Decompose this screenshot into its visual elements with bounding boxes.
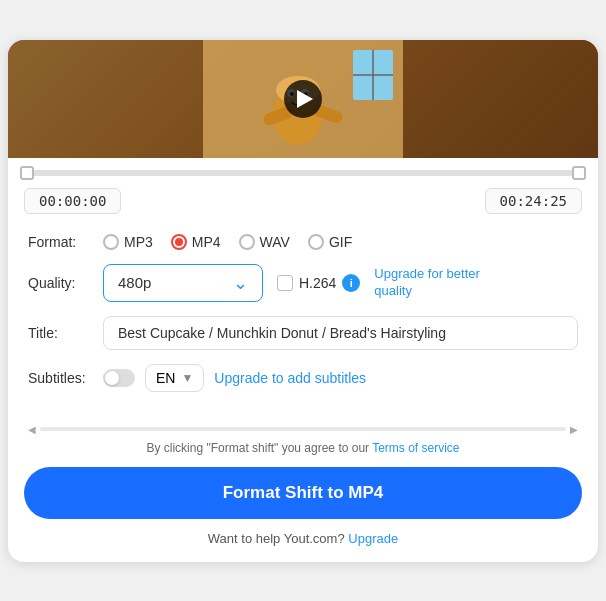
help-text: Want to help Yout.com?: [208, 531, 345, 546]
info-char: i: [350, 277, 353, 289]
timeline-thumb-right[interactable]: [572, 166, 586, 180]
terms-line: By clicking "Format shift" you agree to …: [8, 441, 598, 455]
quality-dropdown[interactable]: 480p ⌄: [103, 264, 263, 302]
title-row: Title:: [28, 316, 578, 350]
scroll-track[interactable]: [40, 427, 566, 431]
h264-checkbox[interactable]: [277, 275, 293, 291]
timeline-area: [8, 158, 598, 184]
scroll-left-arrow-icon: ◀: [28, 424, 36, 435]
radio-mp3: [103, 234, 119, 250]
format-mp4-label: MP4: [192, 234, 221, 250]
format-shift-button[interactable]: Format Shift to MP4: [24, 467, 582, 519]
terms-link[interactable]: Terms of service: [372, 441, 459, 455]
format-row: Format: MP3 MP4 WAV: [28, 234, 578, 250]
play-button[interactable]: [284, 80, 322, 118]
chevron-down-icon: ⌄: [233, 272, 248, 294]
radio-mp4-dot: [175, 238, 183, 246]
end-time[interactable]: 00:24:25: [485, 188, 582, 214]
quality-controls: 480p ⌄ H.264 i Upgrade for better qualit…: [103, 264, 494, 302]
subtitles-upgrade-link[interactable]: Upgrade to add subtitles: [214, 370, 366, 386]
subtitles-toggle[interactable]: [103, 369, 135, 387]
radio-mp4: [171, 234, 187, 250]
quality-value: 480p: [118, 274, 151, 291]
play-icon: [297, 90, 313, 108]
quality-row: Quality: 480p ⌄ H.264 i Upgrade for bett…: [28, 264, 578, 302]
footer-line: Want to help Yout.com? Upgrade: [8, 531, 598, 562]
format-gif-label: GIF: [329, 234, 352, 250]
subtitles-label: Subtitles:: [28, 370, 103, 386]
video-area: [8, 40, 598, 158]
format-wav-label: WAV: [260, 234, 290, 250]
title-label: Title:: [28, 325, 103, 341]
format-label: Format:: [28, 234, 103, 250]
help-upgrade-link[interactable]: Upgrade: [348, 531, 398, 546]
format-group: MP3 MP4 WAV GIF: [103, 234, 352, 250]
toggle-knob: [105, 371, 119, 385]
scroll-right-arrow-icon: ▶: [570, 424, 578, 435]
h264-group: H.264 i: [277, 274, 360, 292]
scroll-area: ◀ ▶: [24, 422, 582, 437]
time-labels: 00:00:00 00:24:25: [8, 184, 598, 222]
format-mp3-label: MP3: [124, 234, 153, 250]
radio-gif: [308, 234, 324, 250]
language-dropdown[interactable]: EN ▼: [145, 364, 204, 392]
format-option-gif[interactable]: GIF: [308, 234, 352, 250]
radio-wav: [239, 234, 255, 250]
title-input[interactable]: [103, 316, 578, 350]
format-option-wav[interactable]: WAV: [239, 234, 290, 250]
format-option-mp4[interactable]: MP4: [171, 234, 221, 250]
h264-info-icon[interactable]: i: [342, 274, 360, 292]
timeline-track[interactable]: [24, 170, 582, 176]
h264-label: H.264: [299, 275, 336, 291]
subtitles-row: Subtitles: EN ▼ Upgrade to add subtitles: [28, 364, 578, 392]
quality-upgrade-link[interactable]: Upgrade for better quality: [374, 266, 494, 300]
language-value: EN: [156, 370, 175, 386]
main-card: 00:00:00 00:24:25 Format: MP3 MP4: [8, 40, 598, 562]
start-time[interactable]: 00:00:00: [24, 188, 121, 214]
quality-label: Quality:: [28, 275, 103, 291]
form-area: Format: MP3 MP4 WAV: [8, 222, 598, 422]
lang-chevron-icon: ▼: [181, 371, 193, 385]
terms-text: By clicking "Format shift" you agree to …: [146, 441, 372, 455]
timeline-thumb-left[interactable]: [20, 166, 34, 180]
format-option-mp3[interactable]: MP3: [103, 234, 153, 250]
subtitles-controls: EN ▼ Upgrade to add subtitles: [103, 364, 366, 392]
